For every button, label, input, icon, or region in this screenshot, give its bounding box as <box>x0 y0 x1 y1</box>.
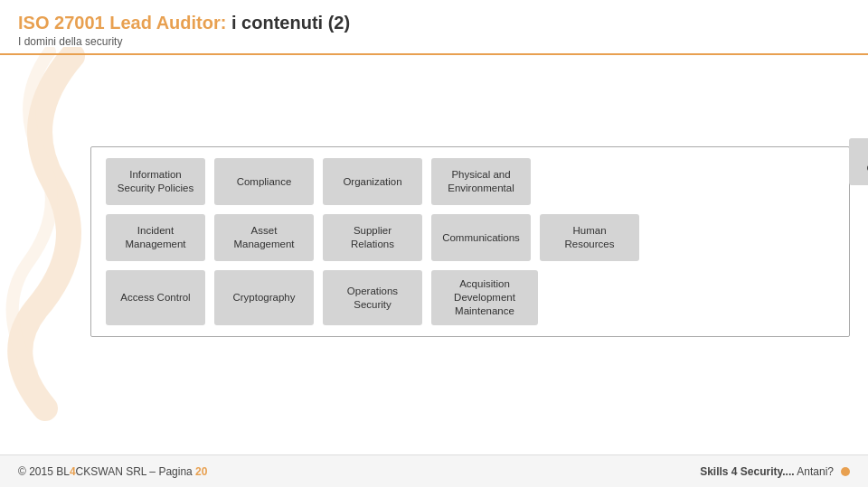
main-content: BusinessContinuity Information Security … <box>0 55 868 428</box>
domain-row-2: Incident Management Asset Management Sup… <box>106 214 835 261</box>
domain-operations-security: Operations Security <box>323 270 422 325</box>
title-suffix: i contenuti (2) <box>226 13 350 33</box>
domain-supplier-relations: Supplier Relations <box>323 214 422 261</box>
footer-company: CKSWAN SRL – Pagina <box>76 465 196 478</box>
domains-container: BusinessContinuity Information Security … <box>90 146 850 337</box>
domain-acquisition-development: Acquisition Development Maintenance <box>431 270 538 325</box>
domain-physical-environmental: Physical and Environmental <box>431 158 531 205</box>
business-continuity-wrapper: BusinessContinuity <box>849 138 868 185</box>
domain-cryptography: Cryptography <box>214 270 314 325</box>
page-title: ISO 27001 Lead Auditor: i contenuti (2) <box>18 13 850 33</box>
domain-compliance: Compliance <box>214 158 314 205</box>
footer-right: Skills 4 Security.... Antani? <box>700 465 850 478</box>
domain-communications: Communications <box>431 214 531 261</box>
domain-asset-management: Asset Management <box>214 214 314 261</box>
domain-organization: Organization <box>323 158 422 205</box>
header: ISO 27001 Lead Auditor: i contenuti (2) … <box>0 0 868 55</box>
domain-access-control: Access Control <box>106 270 205 325</box>
domain-business-continuity: BusinessContinuity <box>849 138 868 185</box>
footer-page: 20 <box>195 465 207 478</box>
footer-highlight: 4 <box>70 465 76 478</box>
footer-left: © 2015 BL4CKSWAN SRL – Pagina 20 <box>18 465 207 478</box>
domain-info-security-policies: Information Security Policies <box>106 158 205 205</box>
page-subtitle: I domini della security <box>18 35 850 48</box>
footer-tagline: Skills 4 Security.... Antani? <box>700 465 834 478</box>
footer-copyright: © 2015 BL <box>18 465 70 478</box>
domain-incident-management: Incident Management <box>106 214 205 261</box>
footer: © 2015 BL4CKSWAN SRL – Pagina 20 Skills … <box>0 454 868 487</box>
footer-dot <box>841 467 850 476</box>
title-iso: ISO 27001 Lead Auditor: <box>18 13 226 33</box>
domain-row-1: Information Security Policies Compliance… <box>106 158 835 205</box>
domain-row-3: Access Control Cryptography Operations S… <box>106 270 835 325</box>
domain-human-resources: Human Resources <box>540 214 639 261</box>
